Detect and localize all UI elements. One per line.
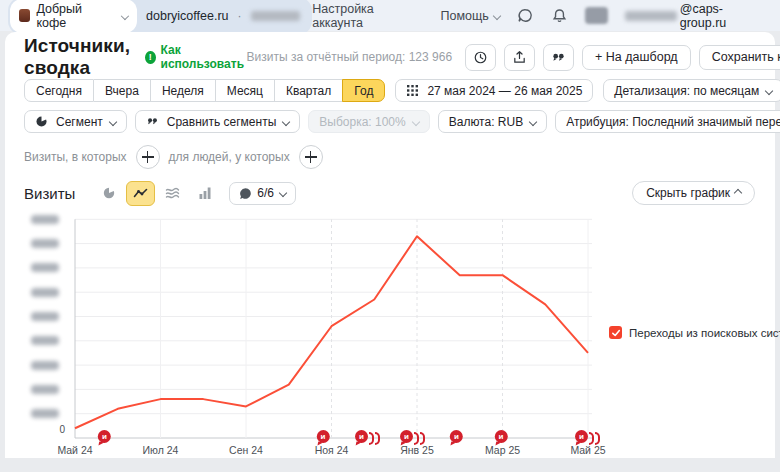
history-clock-button[interactable] xyxy=(465,44,496,71)
attribution-dropdown[interactable]: Атрибуция: Последний значимый переход кд xyxy=(555,110,780,133)
filter-bar: Визиты, в которых для людей, у которых xyxy=(24,145,755,169)
counter-brand-pill[interactable]: Добрый кофе xyxy=(10,0,137,33)
account-settings-link[interactable]: Настройка аккаунта xyxy=(312,2,423,30)
chart-type-area-button[interactable] xyxy=(158,181,187,206)
y-tick-label-redacted xyxy=(31,263,59,272)
annotation-marker[interactable]: и xyxy=(98,430,111,443)
comment-bubble-icon: и xyxy=(400,430,413,443)
legend-item[interactable]: Переходы из поисковых систем xyxy=(609,326,780,339)
notifications-bell-icon[interactable] xyxy=(551,7,568,24)
period-preset-Год[interactable]: Год xyxy=(342,79,385,102)
avatar[interactable] xyxy=(585,7,608,24)
comment-bubble-icon: и xyxy=(98,430,111,443)
people-condition-label: для людей, у которых xyxy=(169,150,290,164)
annotation-marker-stacked[interactable]: и xyxy=(355,430,380,445)
visits-line-chart[interactable]: 0 Май 24Июл 24Сен 24Ноя 24Янв 25Мар 25Ма… xyxy=(5,206,775,458)
counter-switcher[interactable]: Добрый кофе dobryicoffee.ru · xyxy=(8,0,312,35)
currency-dropdown[interactable]: Валюта: RUB xyxy=(438,110,547,133)
calendar-grid-icon xyxy=(406,84,419,97)
annotation-marker[interactable]: и xyxy=(495,430,508,443)
chevron-down-icon xyxy=(493,11,501,19)
stacked-arc-icon xyxy=(369,432,374,445)
email-domain: @caps-group.ru xyxy=(680,2,766,30)
help-label: Помощь xyxy=(441,9,489,23)
chart-type-pie-button[interactable] xyxy=(94,181,123,206)
check-icon xyxy=(611,328,621,338)
how-to-use-link[interactable]: ! Как использовать xyxy=(145,43,246,71)
period-preset-Месяц[interactable]: Месяц xyxy=(216,79,275,102)
visits-condition-label: Визиты, в которых xyxy=(24,150,127,164)
annotation-marker-stacked[interactable]: и xyxy=(575,430,600,445)
chart-header: Визиты 6/6 Скрыть график xyxy=(24,181,755,205)
page-title: Источники, сводка xyxy=(24,35,130,79)
metrics-count-value: 6/6 xyxy=(257,186,274,200)
comment-bubble-icon xyxy=(239,187,252,200)
comment-bubble-icon: и xyxy=(317,430,330,443)
annotation-marker[interactable]: и xyxy=(450,430,463,443)
attribution-value: Атрибуция: Последний значимый переход xyxy=(566,115,780,129)
compare-segments-dropdown[interactable]: Сравнить сегменты xyxy=(135,110,301,133)
chevron-down-icon xyxy=(109,117,117,125)
annotation-marker[interactable]: и xyxy=(317,430,330,443)
date-range-button[interactable]: 27 мая 2024 — 26 мая 2025 xyxy=(395,79,593,102)
y-tick-zero: 0 xyxy=(51,424,65,435)
y-tick-label-redacted xyxy=(31,215,59,224)
chevron-up-icon xyxy=(734,189,742,197)
counter-domain: dobryicoffee.ru xyxy=(146,9,228,23)
comment-bubble-icon: и xyxy=(575,430,588,443)
period-preset-Квартал[interactable]: Квартал xyxy=(275,79,343,102)
chart-type-columns-button[interactable] xyxy=(190,181,219,206)
stacked-arc-icon xyxy=(595,432,600,445)
chat-icon[interactable] xyxy=(517,7,534,24)
save-as-button[interactable]: Сохранить как xyxy=(699,45,780,70)
x-tick-label: Сен 24 xyxy=(229,444,263,456)
export-button[interactable] xyxy=(504,44,535,71)
add-visit-condition-button[interactable] xyxy=(136,145,160,169)
legend-label: Переходы из поисковых систем xyxy=(629,327,780,339)
how-to-use-label: Как использовать xyxy=(161,43,247,71)
period-preset-Неделя[interactable]: Неделя xyxy=(151,79,216,102)
compare-drops-icon xyxy=(146,115,159,128)
chevron-down-icon xyxy=(411,117,419,125)
detalization-value: Детализация: по месяцам xyxy=(614,84,759,98)
segment-dropdown[interactable]: Сегмент xyxy=(24,110,127,133)
add-to-dashboard-button[interactable]: + На дашборд xyxy=(582,45,691,70)
y-tick-label-redacted xyxy=(31,312,59,321)
x-tick-label: Май 25 xyxy=(570,444,605,456)
x-tick-label: Июл 24 xyxy=(143,444,179,456)
stacked-arc-icon xyxy=(589,432,594,445)
counter-brand-name: Добрый кофе xyxy=(36,2,111,30)
hide-chart-label: Скрыть график xyxy=(646,186,730,200)
detalization-dropdown[interactable]: Детализация: по месяцам xyxy=(603,79,780,102)
chevron-down-icon xyxy=(529,117,537,125)
hide-chart-button[interactable]: Скрыть график xyxy=(632,181,755,205)
info-icon: ! xyxy=(145,51,155,64)
topbar-right: Настройка аккаунта Помощь @caps-group.ru xyxy=(312,2,766,30)
stacked-arc-icon xyxy=(420,432,425,445)
counter-favicon xyxy=(19,9,30,22)
help-menu[interactable]: Помощь xyxy=(441,9,500,23)
save-as-split-button: Сохранить как xyxy=(699,45,780,70)
period-preset-Сегодня[interactable]: Сегодня xyxy=(24,79,94,102)
counter-separator: · xyxy=(238,9,242,23)
chart-type-line-button[interactable] xyxy=(126,181,155,206)
user-email[interactable]: @caps-group.ru xyxy=(625,2,766,30)
period-toolbar: СегодняВчераНеделяМесяцКварталГод 27 мая… xyxy=(24,79,755,102)
metrics-count-dropdown[interactable]: 6/6 xyxy=(229,182,296,205)
pie-segment-icon xyxy=(35,115,48,128)
y-tick-label-redacted xyxy=(31,409,59,418)
y-tick-label-redacted xyxy=(31,385,59,394)
legend-checkbox[interactable] xyxy=(609,326,622,339)
stacked-arc-icon xyxy=(414,432,419,445)
segments-drops-button[interactable] xyxy=(543,44,574,71)
comment-bubble-icon: и xyxy=(450,430,463,443)
add-people-condition-button[interactable] xyxy=(299,145,323,169)
comment-bubble-icon: и xyxy=(355,430,368,443)
sampling-dropdown: Выборка: 100% xyxy=(308,110,429,133)
topbar: Добрый кофе dobryicoffee.ru · Настройка … xyxy=(0,0,780,31)
annotation-marker-stacked[interactable]: и xyxy=(400,430,425,445)
y-tick-label-redacted xyxy=(31,239,59,248)
chart-title: Визиты xyxy=(24,185,75,202)
y-tick-label-redacted xyxy=(31,361,59,370)
period-preset-Вчера[interactable]: Вчера xyxy=(94,79,151,102)
